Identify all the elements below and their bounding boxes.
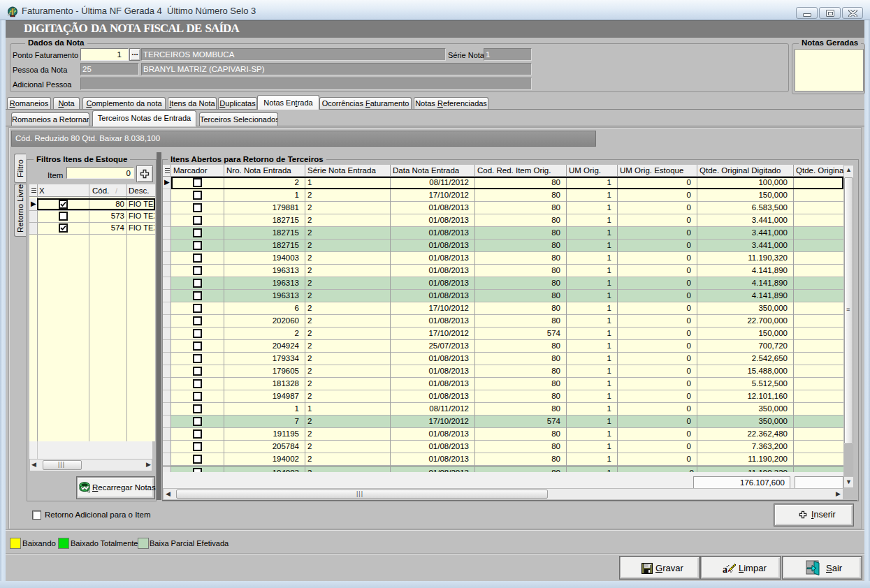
svg-text:a: a <box>723 564 727 575</box>
